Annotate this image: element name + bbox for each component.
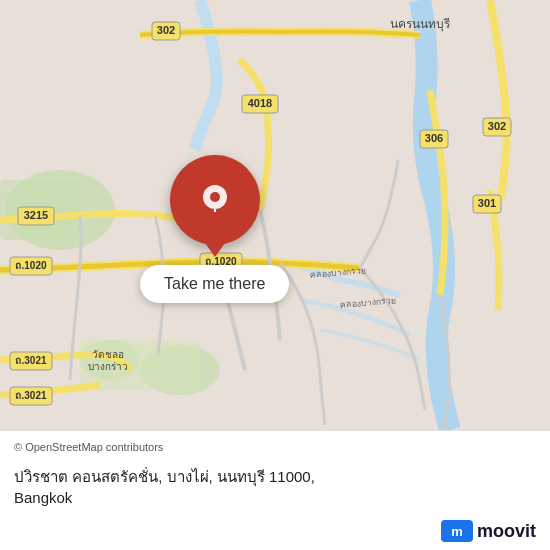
svg-text:วัดชลอ: วัดชลอ — [92, 349, 124, 360]
address-container: ปวิรชาต คอนสตรัคชั่น, บางไผ่, นนทบุรี 11… — [14, 453, 536, 520]
take-me-there-button[interactable]: Take me there — [140, 265, 289, 303]
moovit-m-icon: m — [441, 520, 473, 542]
svg-text:306: 306 — [425, 132, 443, 144]
moovit-logo: m moovit — [441, 520, 536, 542]
address-line2: Bangkok — [14, 489, 72, 506]
map-view: 302 302 4018 306 301 3215 ถ.1020 ถ.1020 … — [0, 0, 550, 430]
location-popup: Take me there — [140, 155, 289, 303]
svg-text:302: 302 — [157, 24, 175, 36]
svg-text:302: 302 — [488, 120, 506, 132]
address-text: ปวิรชาต คอนสตรัคชั่น, บางไผ่, นนทบุรี 11… — [14, 466, 315, 508]
svg-text:3215: 3215 — [24, 209, 48, 221]
osm-credit: © OpenStreetMap contributors — [14, 441, 536, 453]
svg-text:บางกร่าว: บางกร่าว — [88, 361, 128, 372]
map-pin-bubble — [170, 155, 260, 245]
svg-text:ถ.3021: ถ.3021 — [15, 355, 46, 366]
svg-text:ถ.1020: ถ.1020 — [15, 260, 46, 271]
info-bar: © OpenStreetMap contributors ปวิรชาต คอน… — [0, 430, 550, 550]
svg-text:นครนนทบุรี: นครนนทบุรี — [390, 17, 451, 32]
svg-text:4018: 4018 — [248, 97, 272, 109]
svg-text:301: 301 — [478, 197, 496, 209]
moovit-logo-row: m moovit — [14, 520, 536, 542]
moovit-wordmark: moovit — [477, 521, 536, 542]
svg-text:ถ.3021: ถ.3021 — [15, 390, 46, 401]
address-line1: ปวิรชาต คอนสตรัคชั่น, บางไผ่, นนทบุรี 11… — [14, 468, 315, 485]
location-pin-icon — [197, 182, 233, 218]
svg-point-32 — [210, 192, 220, 202]
